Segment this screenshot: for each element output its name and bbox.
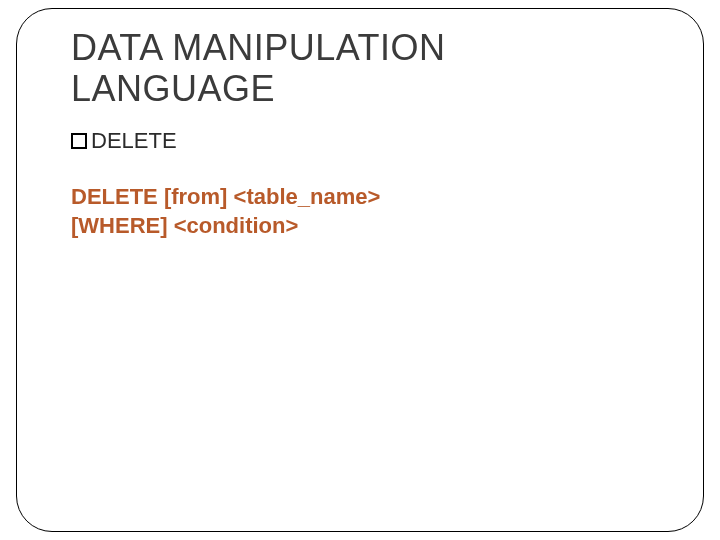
slide-frame: DATA MANIPULATION LANGUAGE DELETE DELETE… — [16, 8, 704, 532]
syntax-block: DELETE [from] <table_name> [WHERE] <cond… — [71, 182, 649, 241]
bullet-label: DELETE — [91, 128, 177, 154]
syntax-line-2: [WHERE] <condition> — [71, 211, 649, 241]
square-bullet-icon — [71, 133, 87, 149]
slide-title: DATA MANIPULATION LANGUAGE — [71, 27, 649, 110]
syntax-line-1: DELETE [from] <table_name> — [71, 182, 649, 212]
bullet-item: DELETE — [71, 128, 649, 154]
